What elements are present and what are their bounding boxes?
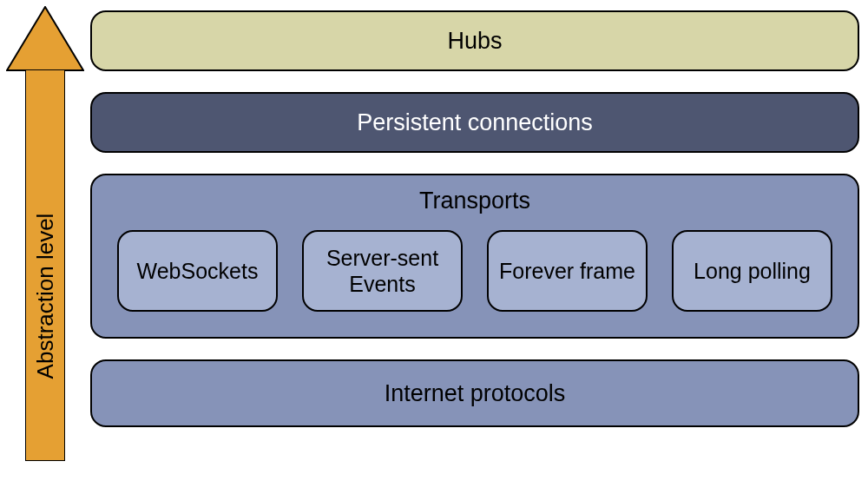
transport-item-label: Server-sent Events (309, 245, 456, 297)
layer-hubs-label: Hubs (447, 28, 502, 55)
transport-server-sent-events: Server-sent Events (302, 230, 463, 312)
transport-item-label: WebSockets (137, 258, 259, 284)
abstraction-arrow: Abstraction level (6, 6, 84, 462)
layer-persistent-connections: Persistent connections (90, 92, 859, 153)
svg-marker-0 (7, 7, 83, 70)
layer-transports-title: Transports (419, 188, 530, 214)
layer-internet-protocols: Internet protocols (90, 359, 859, 427)
transport-item-label: Long polling (694, 258, 811, 284)
arrow-head-icon (6, 6, 84, 71)
abstraction-layers: Hubs Persistent connections Transports W… (90, 10, 859, 427)
layer-hubs: Hubs (90, 10, 859, 71)
layer-internet-label: Internet protocols (385, 380, 566, 407)
transport-forever-frame: Forever frame (487, 230, 648, 312)
transport-items: WebSockets Server-sent Events Forever fr… (109, 230, 840, 312)
layer-transports: Transports WebSockets Server-sent Events… (90, 174, 859, 339)
arrow-label: Abstraction level (32, 214, 59, 379)
transport-long-polling: Long polling (672, 230, 832, 312)
transport-item-label: Forever frame (499, 258, 635, 284)
transport-websockets: WebSockets (117, 230, 278, 312)
arrow-shaft: Abstraction level (25, 70, 65, 461)
layer-persistent-label: Persistent connections (357, 109, 593, 136)
